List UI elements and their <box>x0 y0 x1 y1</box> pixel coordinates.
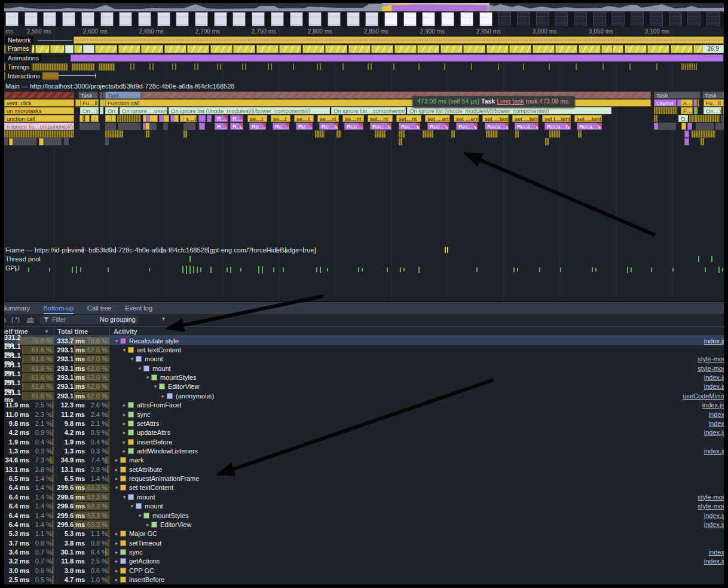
filmstrip-thumbnail[interactable] <box>384 12 397 26</box>
table-row[interactable]: 3.0 ms0.6 %3.0 ms0.6 %▸CPP GC <box>4 566 724 575</box>
frame-block[interactable] <box>50 45 65 53</box>
flame-event[interactable]: set…nt <box>368 115 393 122</box>
filmstrip-thumbnail[interactable] <box>214 12 227 26</box>
flame-event[interactable]: Layout <box>654 99 677 106</box>
flame-fragment[interactable] <box>4 92 74 99</box>
flame-event[interactable]: Task <box>702 92 724 99</box>
flame-event[interactable]: On ignore list (\/node_modules\/|\/bower… <box>169 107 330 114</box>
table-row[interactable]: 291.1 ms61.6 %293.1 ms62.0 %▾set textCon… <box>4 345 724 354</box>
source-link[interactable]: index.js <box>704 521 724 528</box>
screenshot-filmstrip[interactable] <box>4 11 724 27</box>
collapse-arrow-icon[interactable]: ▸ <box>113 457 120 463</box>
flame-fragment[interactable] <box>545 138 549 145</box>
filmstrip-thumbnail[interactable] <box>593 12 606 26</box>
filmstrip-thumbnail[interactable] <box>631 12 644 26</box>
cpu-overview-minimap[interactable] <box>4 3 724 11</box>
frame-block[interactable] <box>164 45 186 53</box>
expand-arrow-icon[interactable]: ▾ <box>129 356 136 362</box>
source-link[interactable]: index. <box>709 549 724 556</box>
track-label-interactions[interactable]: Interactions <box>5 72 42 80</box>
flame-fragment[interactable] <box>13 138 36 145</box>
flame-event[interactable]: Rec…le <box>399 123 420 130</box>
flame-event[interactable]: On…) <box>105 107 118 114</box>
grouping-dropdown[interactable]: No grouping <box>100 316 136 323</box>
regex-icon[interactable]: (.*) <box>11 316 20 323</box>
flame-fragment[interactable] <box>149 123 157 130</box>
flame-event[interactable]: set …tent <box>482 115 509 122</box>
frame-block[interactable] <box>95 45 117 53</box>
flame-fragment[interactable] <box>658 123 676 130</box>
table-row[interactable]: 3.2 ms0.7 %11.8 ms2.5 %▸getActionsindex.… <box>4 557 724 566</box>
flame-fragment[interactable] <box>684 138 689 145</box>
collapse-arrow-icon[interactable]: ▸ <box>160 393 167 399</box>
collapse-arrow-icon[interactable]: ▸ <box>121 448 128 454</box>
flame-event[interactable]: Reca…yle <box>515 123 539 130</box>
collapse-arrow-icon[interactable]: ▸ <box>113 467 120 473</box>
filmstrip-thumbnail[interactable] <box>5 12 19 26</box>
flame-event[interactable]: unction call <box>4 115 74 122</box>
flame-fragment[interactable] <box>684 130 689 138</box>
tab-event-log[interactable]: Event log <box>125 302 152 314</box>
flame-fragment[interactable] <box>654 115 657 122</box>
tab-summary[interactable]: Summary <box>4 302 30 314</box>
table-row[interactable]: 291.1 ms61.6 %293.1 ms62.0 %▾mountstyle-… <box>4 355 724 364</box>
flame-event[interactable]: Task <box>78 92 98 99</box>
filmstrip-thumbnail[interactable] <box>611 12 625 26</box>
filmstrip-thumbnail[interactable] <box>252 12 265 26</box>
flame-fragment[interactable] <box>423 130 433 138</box>
frame-block[interactable] <box>625 45 647 53</box>
flame-fragment[interactable] <box>174 115 179 122</box>
flame-event[interactable]: Reca…tyle <box>545 123 571 130</box>
flame-fragment[interactable] <box>198 115 206 122</box>
flame-event[interactable]: Task <box>654 92 701 99</box>
frame-block[interactable] <box>210 45 233 53</box>
flame-fragment[interactable] <box>696 115 720 122</box>
flame-fragment[interactable] <box>694 107 698 114</box>
flame-event[interactable]: On ignore …onents\/) <box>120 107 167 114</box>
table-row[interactable]: 1.3 ms0.3 %1.3 ms0.3 %▸addWindowListener… <box>4 446 724 455</box>
frame-block[interactable] <box>555 45 577 53</box>
match-case-icon[interactable]: a <box>4 316 6 323</box>
flame-fragment[interactable] <box>721 115 724 122</box>
frame-block[interactable] <box>141 45 163 53</box>
flame-fragment[interactable] <box>149 115 158 122</box>
frame-block[interactable] <box>83 45 94 53</box>
flame-event[interactable]: Rec…yle <box>427 123 449 130</box>
flame-fragment[interactable] <box>451 130 455 138</box>
source-link[interactable]: index.js <box>704 429 724 436</box>
filmstrip-thumbnail[interactable] <box>233 12 246 26</box>
table-row[interactable]: 2.5 ms0.5 %4.7 ms1.0 %▸insertBefore <box>4 575 724 584</box>
table-row[interactable]: 6.4 ms1.4 %299.6 ms63.3 %▾set textConten… <box>4 483 724 492</box>
collapse-arrow-icon[interactable]: ▸ <box>121 402 128 408</box>
collapse-arrow-icon[interactable]: ▸ <box>113 549 120 555</box>
filmstrip-thumbnail[interactable] <box>271 12 284 26</box>
flame-event[interactable]: Rec…le <box>370 123 391 130</box>
track-label-timings[interactable]: Timings <box>5 63 32 71</box>
filmstrip-thumbnail[interactable] <box>195 12 208 26</box>
source-link[interactable]: index.js <box>704 512 724 519</box>
filmstrip-thumbnail[interactable] <box>81 12 94 26</box>
flame-event[interactable]: A… <box>681 99 693 106</box>
flame-fragment[interactable] <box>79 123 100 130</box>
table-row[interactable]: 5.3 ms1.1 %5.3 ms1.1 %▸Major GC <box>4 529 724 538</box>
frame-block[interactable] <box>35 45 50 53</box>
frame-block[interactable] <box>187 45 209 53</box>
table-row[interactable]: 6.5 ms1.4 %6.5 ms1.4 %▸requestAnimationF… <box>4 474 724 483</box>
flame-event[interactable]: Re…le <box>273 123 289 130</box>
flame-fragment[interactable] <box>105 130 123 138</box>
thread-pool-title[interactable]: Thread pool <box>5 255 41 263</box>
filmstrip-thumbnail[interactable] <box>365 12 378 26</box>
table-row[interactable]: 291.1 ms61.6 %293.1 ms62.0 %▸(anonymous)… <box>4 391 724 400</box>
flame-fragment[interactable] <box>100 107 103 114</box>
animations-bar[interactable] <box>71 54 723 62</box>
flame-fragment[interactable] <box>111 115 116 122</box>
frame-block[interactable] <box>579 45 601 53</box>
flame-event[interactable]: set…nt <box>396 115 421 122</box>
collapse-arrow-icon[interactable]: ▸ <box>121 429 128 435</box>
collapse-arrow-icon[interactable]: ▸ <box>113 540 120 546</box>
column-header-total-time[interactable]: Total time <box>54 327 110 336</box>
table-row[interactable]: 3.7 ms0.8 %3.8 ms0.8 %▸setTimeout <box>4 538 724 547</box>
source-link[interactable]: index. <box>709 411 724 418</box>
collapse-arrow-icon[interactable]: ▸ <box>121 421 128 426</box>
track-label-animations[interactable]: Animations <box>5 54 41 62</box>
